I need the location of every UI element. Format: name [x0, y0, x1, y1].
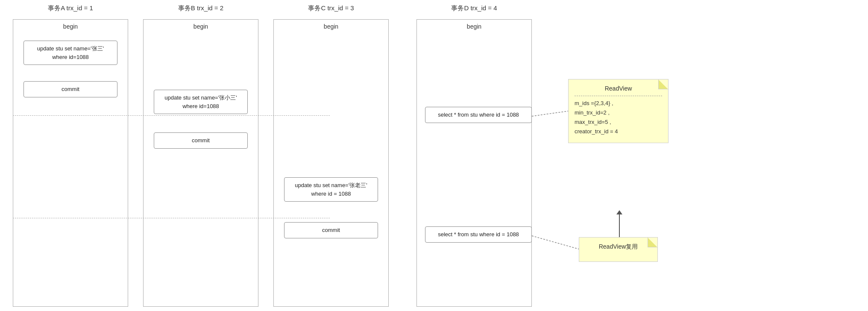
hline-2	[13, 218, 330, 218]
lane-B: begin	[143, 19, 258, 307]
readview-reuse-note: ReadView复用	[579, 237, 658, 262]
arrow-head-icon	[616, 210, 622, 214]
sql-box-B1: update stu set name='张小三'where id=1088	[154, 90, 248, 114]
svg-line-0	[532, 111, 568, 116]
sql-box-A2: commit	[23, 81, 117, 97]
lane-C: begin	[273, 19, 389, 307]
sql-box-A1: update stu set name='张三'where id=1088	[23, 41, 117, 65]
readview-note: ReadView m_ids ={2,3,4} , min_trx_id=2 ,…	[568, 79, 669, 143]
sql-box-D2: select * from stu where id = 1088	[425, 226, 532, 243]
header-txB: 事务B trx_id = 2	[143, 4, 258, 12]
header-txA: 事务A trx_id = 1	[13, 4, 128, 12]
sql-box-B2: commit	[154, 132, 248, 149]
readview-divider	[575, 96, 662, 96]
svg-line-1	[532, 236, 579, 249]
readview-content: m_ids ={2,3,4} , min_trx_id=2 , max_trx_…	[575, 99, 662, 136]
begin-label-B: begin	[144, 23, 258, 30]
begin-label-A: begin	[13, 23, 128, 30]
hline-1	[13, 115, 330, 116]
header-txD: 事务D trx_id = 4	[416, 4, 532, 12]
header-txC: 事务C trx_id = 3	[273, 4, 389, 12]
readview-title: ReadView	[575, 84, 662, 94]
diagram-container: 事务A trx_id = 1 事务B trx_id = 2 事务C trx_id…	[0, 0, 868, 311]
sql-box-C2: commit	[284, 222, 378, 238]
begin-label-C: begin	[274, 23, 388, 30]
readview-reuse-title: ReadView复用	[585, 242, 651, 252]
sql-box-D1: select * from stu where id = 1088	[425, 107, 532, 123]
begin-label-D: begin	[417, 23, 531, 30]
lane-D: begin	[416, 19, 532, 307]
sql-box-C1: update stu set name='张老三'where id = 1088	[284, 177, 378, 202]
